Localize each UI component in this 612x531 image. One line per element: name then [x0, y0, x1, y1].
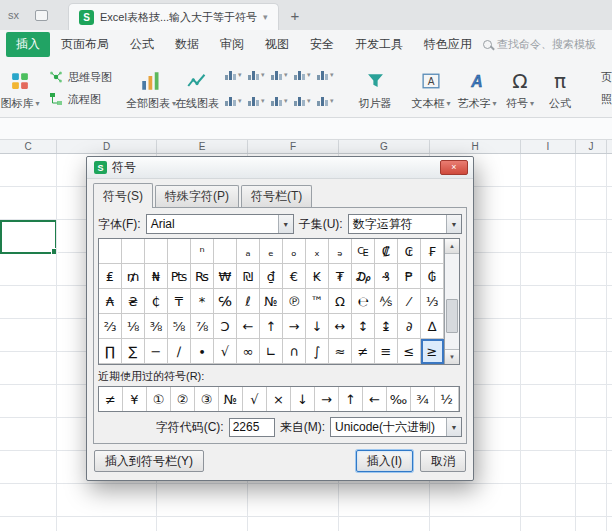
ribbon-wordart-button[interactable]: A 艺术字▾: [454, 61, 500, 115]
symbol-cell[interactable]: ₥: [122, 264, 145, 289]
symbol-cell[interactable]: ₓ: [306, 239, 329, 264]
recent-symbol-cell[interactable]: ‰: [387, 387, 411, 411]
chevron-down-icon[interactable]: ▼: [446, 215, 461, 233]
symbol-cell[interactable]: ≠: [352, 339, 375, 364]
symbol-cell[interactable]: [214, 239, 237, 264]
recent-symbol-cell[interactable]: ①: [147, 387, 171, 411]
chevron-down-icon[interactable]: ▼: [446, 418, 461, 436]
symbol-cell[interactable]: ₳: [99, 289, 122, 314]
ribbon-online-charts-button[interactable]: 在线图表: [174, 61, 220, 115]
ribbon-pie-chart-button[interactable]: ▾: [271, 63, 291, 88]
symbol-cell[interactable]: ℓ: [237, 289, 260, 314]
recent-symbol-cell[interactable]: ×: [267, 387, 291, 411]
symbol-cell[interactable]: ₯: [352, 264, 375, 289]
insert-button[interactable]: 插入(I): [356, 450, 413, 472]
symbol-cell[interactable]: ∩: [283, 339, 306, 364]
dialog-tab[interactable]: 符号栏(T): [241, 185, 312, 207]
symbol-cell[interactable]: [99, 239, 122, 264]
ribbon-formula-button[interactable]: π 公式: [540, 61, 580, 115]
ribbon-textbox-button[interactable]: A 文本框▾: [408, 61, 454, 115]
symbol-cell[interactable]: ₣: [421, 239, 444, 264]
symbol-cell[interactable]: ₦: [145, 264, 168, 289]
symbol-cell[interactable]: ₱: [398, 264, 421, 289]
from-select[interactable]: Unicode(十六进制) ▼: [330, 417, 462, 437]
symbol-cell[interactable]: ∕: [168, 339, 191, 364]
symbol-cell[interactable]: ⅝: [168, 314, 191, 339]
symbol-cell[interactable]: ₸: [168, 289, 191, 314]
symbol-cell[interactable]: ™: [306, 289, 329, 314]
recent-symbol-cell[interactable]: №: [219, 387, 243, 411]
symbol-cell[interactable]: ₡: [375, 239, 398, 264]
grid-scrollbar[interactable]: ▲ ▼: [444, 239, 459, 364]
symbol-cell[interactable]: √: [214, 339, 237, 364]
symbol-cell[interactable]: ∂: [398, 314, 421, 339]
symbol-cell[interactable]: Ω: [329, 289, 352, 314]
symbol-cell[interactable]: ₑ: [260, 239, 283, 264]
symbol-cell[interactable]: ₧: [168, 264, 191, 289]
dialog-tab[interactable]: 符号(S): [93, 183, 153, 208]
symbol-cell[interactable]: ₠: [352, 239, 375, 264]
column-header-I[interactable]: I: [521, 140, 576, 154]
symbol-cell[interactable]: ₴: [122, 289, 145, 314]
symbol-cell[interactable]: ≥: [421, 339, 444, 364]
ribbon-area-chart-button[interactable]: ▾: [317, 63, 337, 88]
symbol-cell[interactable]: ℅: [214, 289, 237, 314]
recent-symbol-cell[interactable]: ②: [171, 387, 195, 411]
ribbon-symbol-button[interactable]: Ω 符号▾: [500, 61, 540, 115]
menu-tab-开发工具[interactable]: 开发工具: [345, 32, 413, 57]
recent-symbol-cell[interactable]: ←: [363, 387, 387, 411]
symbol-cell[interactable]: №: [260, 289, 283, 314]
ribbon-mindmap-button[interactable]: 思维导图: [49, 70, 112, 85]
menu-tab-视图[interactable]: 视图: [255, 32, 299, 57]
menu-tab-数据[interactable]: 数据: [165, 32, 209, 57]
ribbon-flowchart-button[interactable]: 流程图: [49, 92, 112, 107]
column-header-C[interactable]: C: [0, 140, 57, 154]
symbol-cell[interactable]: ₲: [421, 264, 444, 289]
ribbon-radar-chart-button[interactable]: ▾: [271, 89, 291, 114]
ribbon-scatter-chart-button[interactable]: ▾: [225, 89, 245, 114]
recent-symbol-cell[interactable]: ¾: [411, 387, 435, 411]
symbol-cell[interactable]: ↨: [375, 314, 398, 339]
symbol-cell[interactable]: ₭: [306, 264, 329, 289]
new-tab-button[interactable]: +: [279, 7, 312, 30]
symbol-cell[interactable]: ⁄: [398, 289, 421, 314]
symbol-cell[interactable]: ₢: [398, 239, 421, 264]
symbol-cell[interactable]: ℗: [283, 289, 306, 314]
menu-tab-公式[interactable]: 公式: [120, 32, 164, 57]
symbol-cell[interactable]: ₵: [145, 289, 168, 314]
recent-symbol-cell[interactable]: →: [315, 387, 339, 411]
column-header-J[interactable]: J: [576, 140, 607, 154]
column-header-F[interactable]: F: [248, 140, 339, 154]
ribbon-camera-button[interactable]: 照相机: [596, 92, 612, 107]
symbol-cell[interactable]: ₒ: [283, 239, 306, 264]
menu-tab-审阅[interactable]: 审阅: [210, 32, 254, 57]
comment-icon[interactable]: [35, 10, 48, 21]
symbol-cell[interactable]: Ↄ: [214, 314, 237, 339]
scroll-down-button[interactable]: ▼: [445, 349, 459, 364]
symbol-cell[interactable]: ⁿ: [191, 239, 214, 264]
scroll-up-button[interactable]: ▲: [445, 239, 459, 254]
dialog-close-button[interactable]: ×: [440, 160, 468, 175]
ribbon-slicer-button[interactable]: 切片器: [352, 61, 398, 115]
symbol-cell[interactable]: ℮: [352, 289, 375, 314]
symbol-cell[interactable]: ⅍: [375, 289, 398, 314]
command-search[interactable]: 查找命令、搜索模板: [483, 37, 596, 52]
symbol-cell[interactable]: ←: [237, 314, 260, 339]
selected-cell[interactable]: [0, 220, 57, 254]
recent-symbol-cell[interactable]: ↓: [291, 387, 315, 411]
symbol-cell[interactable]: ⅓: [421, 289, 444, 314]
ribbon-header-footer-button[interactable]: 页眉页脚: [596, 70, 612, 85]
symbol-cell[interactable]: €: [283, 264, 306, 289]
chevron-down-icon[interactable]: ▾: [263, 12, 268, 22]
ribbon-combo-chart-button[interactable]: ▾: [294, 89, 314, 114]
symbol-cell[interactable]: →: [283, 314, 306, 339]
menu-tab-页面布局[interactable]: 页面布局: [51, 32, 119, 57]
previous-tab-fragment[interactable]: sx: [8, 9, 35, 30]
cancel-button[interactable]: 取消: [420, 450, 466, 472]
symbol-cell[interactable]: ₩: [214, 264, 237, 289]
symbol-cell[interactable]: ∆: [421, 314, 444, 339]
ribbon-line-chart-button[interactable]: ▾: [248, 63, 268, 88]
symbol-cell[interactable]: ≡: [375, 339, 398, 364]
symbol-cell[interactable]: ₰: [375, 264, 398, 289]
symbol-cell[interactable]: ∟: [260, 339, 283, 364]
